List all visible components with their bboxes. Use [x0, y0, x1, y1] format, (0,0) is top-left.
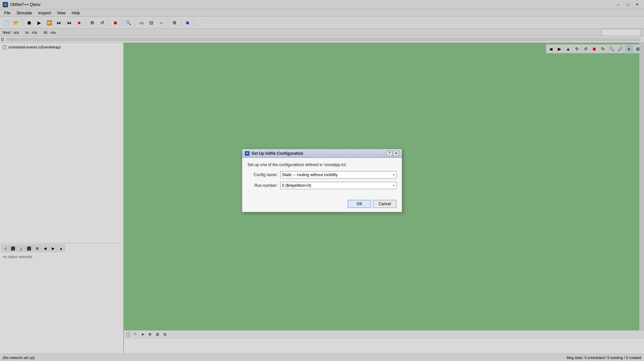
dialog-set-up-inifile: O Set Up Inifile Configuration ? ✕ Set u… — [242, 149, 402, 212]
config-name-select-wrapper: Static -- routing without mobility — [280, 171, 396, 178]
config-name-label: Config name: — [248, 172, 278, 177]
cancel-button[interactable]: Cancel — [373, 200, 396, 208]
modal-overlay: O Set Up Inifile Configuration ? ✕ Set u… — [0, 0, 644, 361]
run-number-select-wrapper: 0 ($repetition=0) — [280, 182, 396, 189]
dialog-body: Set up one of the configurations defined… — [242, 158, 402, 197]
config-name-row: Config name: Static -- routing without m… — [248, 171, 396, 178]
run-number-row: Run number: 0 ($repetition=0) — [248, 182, 396, 189]
dialog-buttons: OK Cancel — [242, 197, 402, 212]
dialog-icon: O — [245, 151, 250, 156]
dialog-titlebar: O Set Up Inifile Configuration ? ✕ — [242, 149, 402, 158]
config-name-select[interactable]: Static -- routing without mobility — [280, 171, 396, 178]
dialog-description: Set up one of the configurations defined… — [248, 162, 396, 167]
ok-button[interactable]: OK — [348, 200, 371, 208]
dialog-help-button[interactable]: ? — [386, 151, 392, 156]
run-number-select[interactable]: 0 ($repetition=0) — [280, 182, 396, 189]
dialog-title: Set Up Inifile Configuration — [252, 151, 303, 156]
run-number-label: Run number: — [248, 183, 278, 188]
dialog-close-button[interactable]: ✕ — [393, 151, 399, 156]
